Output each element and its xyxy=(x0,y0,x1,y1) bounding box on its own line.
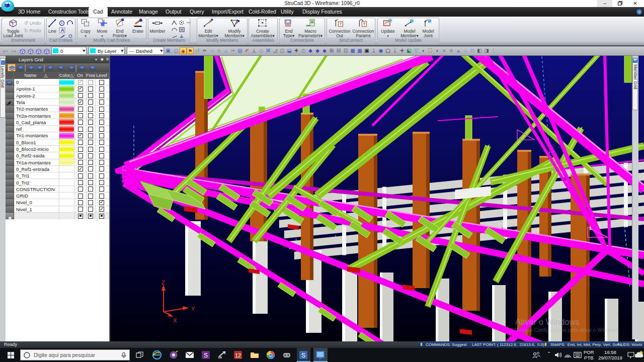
svg-text:12: 12 xyxy=(235,352,241,358)
svg-text:S: S xyxy=(301,352,305,359)
svg-text:Y: Y xyxy=(191,306,195,312)
svg-text:?: ? xyxy=(638,10,640,15)
svg-text:Ativar o Windows: Ativar o Windows xyxy=(515,317,579,326)
svg-text:Acesse Configurações para ativ: Acesse Configurações para ativar o Windo… xyxy=(516,327,619,333)
svg-text:X: X xyxy=(173,317,177,323)
svg-text:?: ? xyxy=(363,22,366,26)
svg-text:?: ? xyxy=(340,22,342,26)
svg-text:S: S xyxy=(204,352,208,359)
svg-text:A: A xyxy=(61,28,64,33)
svg-text:Z: Z xyxy=(162,280,165,286)
